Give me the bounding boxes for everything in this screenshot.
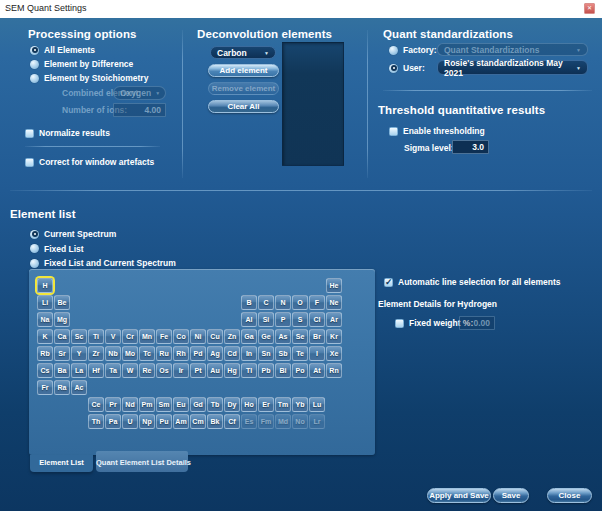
element-Be[interactable]: Be bbox=[54, 295, 70, 310]
element-Lu[interactable]: Lu bbox=[309, 397, 325, 412]
element-Ge[interactable]: Ge bbox=[258, 329, 274, 344]
element-Pb[interactable]: Pb bbox=[258, 363, 274, 378]
element-P[interactable]: P bbox=[275, 312, 291, 327]
element-Cu[interactable]: Cu bbox=[207, 329, 223, 344]
element-S[interactable]: S bbox=[292, 312, 308, 327]
enable-thresholding-checkbox[interactable] bbox=[389, 127, 398, 136]
element-Hg[interactable]: Hg bbox=[224, 363, 240, 378]
element-Na[interactable]: Na bbox=[37, 312, 53, 327]
element-Cf[interactable]: Cf bbox=[224, 414, 240, 429]
element-He[interactable]: He bbox=[326, 278, 342, 293]
element-Cr[interactable]: Cr bbox=[122, 329, 138, 344]
element-Pu[interactable]: Pu bbox=[156, 414, 172, 429]
element-Xe[interactable]: Xe bbox=[326, 346, 342, 361]
element-Fr[interactable]: Fr bbox=[37, 380, 53, 395]
element-Ni[interactable]: Ni bbox=[190, 329, 206, 344]
element-Pd[interactable]: Pd bbox=[190, 346, 206, 361]
element-Zn[interactable]: Zn bbox=[224, 329, 240, 344]
radio-fixed-list-and-current-spectrum[interactable] bbox=[30, 259, 39, 268]
element-Ac[interactable]: Ac bbox=[71, 380, 87, 395]
element-Th[interactable]: Th bbox=[88, 414, 104, 429]
element-Ag[interactable]: Ag bbox=[207, 346, 223, 361]
radio-element-by-stoichiometry[interactable] bbox=[30, 74, 39, 83]
radio-current-spectrum[interactable] bbox=[30, 230, 39, 239]
element-F[interactable]: F bbox=[309, 295, 325, 310]
element-Yb[interactable]: Yb bbox=[292, 397, 308, 412]
element-B[interactable]: B bbox=[241, 295, 257, 310]
sigma-level-input[interactable]: 3.0 bbox=[452, 140, 489, 154]
element-C[interactable]: C bbox=[258, 295, 274, 310]
radio-fixed-list[interactable] bbox=[30, 244, 39, 253]
element-Eu[interactable]: Eu bbox=[173, 397, 189, 412]
close-button[interactable]: Close bbox=[547, 488, 592, 503]
element-In[interactable]: In bbox=[241, 346, 257, 361]
element-Ru[interactable]: Ru bbox=[156, 346, 172, 361]
element-Ti[interactable]: Ti bbox=[88, 329, 104, 344]
element-Tm[interactable]: Tm bbox=[275, 397, 291, 412]
element-Rb[interactable]: Rb bbox=[37, 346, 53, 361]
element-Md[interactable]: Md bbox=[275, 414, 291, 429]
remove-element-button[interactable]: Remove element bbox=[208, 82, 279, 95]
element-No[interactable]: No bbox=[292, 414, 308, 429]
save-button[interactable]: Save bbox=[493, 488, 529, 503]
element-Hf[interactable]: Hf bbox=[88, 363, 104, 378]
element-Ar[interactable]: Ar bbox=[326, 312, 342, 327]
element-N[interactable]: N bbox=[275, 295, 291, 310]
element-Fm[interactable]: Fm bbox=[258, 414, 274, 429]
element-V[interactable]: V bbox=[105, 329, 121, 344]
user-standardizations-dropdown[interactable]: Rosie's standardizations May 2021 ▼ bbox=[437, 60, 588, 75]
element-Lr[interactable]: Lr bbox=[309, 414, 325, 429]
tab-quant-element-list-details[interactable]: Quant Element List Details bbox=[96, 451, 188, 472]
element-Tb[interactable]: Tb bbox=[207, 397, 223, 412]
element-K[interactable]: K bbox=[37, 329, 53, 344]
element-Rn[interactable]: Rn bbox=[326, 363, 342, 378]
element-U[interactable]: U bbox=[122, 414, 138, 429]
apply-and-save-button[interactable]: Apply and Save bbox=[427, 488, 491, 503]
close-icon[interactable]: ✕ bbox=[584, 3, 595, 14]
element-Cs[interactable]: Cs bbox=[37, 363, 53, 378]
element-Nd[interactable]: Nd bbox=[122, 397, 138, 412]
element-Ca[interactable]: Ca bbox=[54, 329, 70, 344]
element-Sn[interactable]: Sn bbox=[258, 346, 274, 361]
element-Po[interactable]: Po bbox=[292, 363, 308, 378]
element-Cm[interactable]: Cm bbox=[190, 414, 206, 429]
fixed-weight-checkbox[interactable] bbox=[395, 319, 404, 328]
element-Np[interactable]: Np bbox=[139, 414, 155, 429]
element-Au[interactable]: Au bbox=[207, 363, 223, 378]
element-Ta[interactable]: Ta bbox=[105, 363, 121, 378]
element-As[interactable]: As bbox=[275, 329, 291, 344]
radio-element-by-difference[interactable] bbox=[30, 60, 39, 69]
element-Sm[interactable]: Sm bbox=[156, 397, 172, 412]
normalize-results-checkbox[interactable] bbox=[25, 129, 34, 138]
deconvolution-element-dropdown[interactable]: Carbon ▼ bbox=[210, 46, 276, 59]
clear-all-button[interactable]: Clear All bbox=[208, 100, 279, 113]
element-Am[interactable]: Am bbox=[173, 414, 189, 429]
element-Zr[interactable]: Zr bbox=[88, 346, 104, 361]
tab-element-list[interactable]: Element List bbox=[30, 455, 93, 472]
element-Tc[interactable]: Tc bbox=[139, 346, 155, 361]
element-Er[interactable]: Er bbox=[258, 397, 274, 412]
element-Ga[interactable]: Ga bbox=[241, 329, 257, 344]
radio-all-elements[interactable] bbox=[30, 46, 39, 55]
element-Mg[interactable]: Mg bbox=[54, 312, 70, 327]
element-Ba[interactable]: Ba bbox=[54, 363, 70, 378]
element-Tl[interactable]: Tl bbox=[241, 363, 257, 378]
element-Pt[interactable]: Pt bbox=[190, 363, 206, 378]
element-Mo[interactable]: Mo bbox=[122, 346, 138, 361]
element-Sr[interactable]: Sr bbox=[54, 346, 70, 361]
element-Kr[interactable]: Kr bbox=[326, 329, 342, 344]
element-Si[interactable]: Si bbox=[258, 312, 274, 327]
element-Gd[interactable]: Gd bbox=[190, 397, 206, 412]
element-Sc[interactable]: Sc bbox=[71, 329, 87, 344]
element-Br[interactable]: Br bbox=[309, 329, 325, 344]
element-Ho[interactable]: Ho bbox=[241, 397, 257, 412]
element-Ce[interactable]: Ce bbox=[88, 397, 104, 412]
auto-line-selection-checkbox[interactable] bbox=[384, 278, 393, 287]
element-Co[interactable]: Co bbox=[173, 329, 189, 344]
element-Li[interactable]: Li bbox=[37, 295, 53, 310]
factory-standardizations-dropdown[interactable]: Quant Standardizations ▼ bbox=[437, 43, 588, 56]
factory-radio[interactable] bbox=[389, 46, 398, 55]
element-Pm[interactable]: Pm bbox=[139, 397, 155, 412]
element-O[interactable]: O bbox=[292, 295, 308, 310]
element-Cl[interactable]: Cl bbox=[309, 312, 325, 327]
